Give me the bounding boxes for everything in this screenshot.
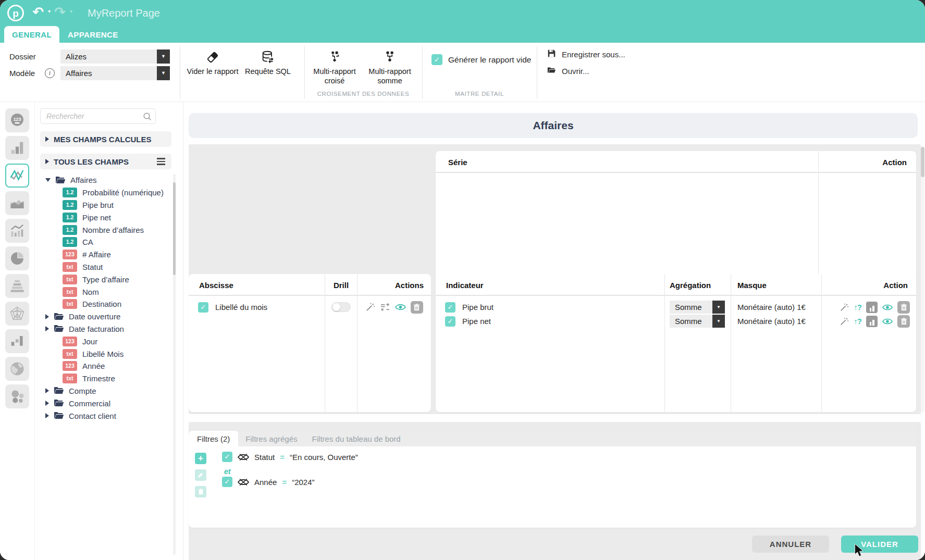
area-chart-icon[interactable] xyxy=(5,191,29,215)
bar-chart-icon[interactable] xyxy=(5,136,29,160)
collapse-arrow-icon[interactable] xyxy=(45,159,49,164)
wand-icon[interactable] xyxy=(365,302,375,312)
tab-apparence[interactable]: APPARENCE xyxy=(59,26,127,43)
waterfall-chart-icon[interactable] xyxy=(5,329,29,353)
tree-folder-contact-client[interactable]: Contact client xyxy=(35,409,174,422)
checkbox-checked-icon[interactable] xyxy=(222,452,232,462)
modele-select[interactable]: Affaires ▼ xyxy=(60,66,170,80)
scrollbar-thumb[interactable] xyxy=(921,147,924,177)
vider-rapport-button[interactable]: Vider le rapport xyxy=(183,48,242,76)
enregistrer-sous-button[interactable]: Enregistrer sous... xyxy=(547,48,625,60)
tree-folder-date-facturation[interactable]: Date facturation xyxy=(35,323,174,335)
tree-field[interactable]: 1.2Probabilité (numérique) xyxy=(35,186,174,199)
tree-field[interactable]: txtLibellé Mois xyxy=(35,347,174,360)
eye-icon[interactable] xyxy=(395,303,406,312)
collapsed-arrow-icon[interactable] xyxy=(45,326,49,331)
tree-field[interactable]: txtTrimestre xyxy=(35,372,174,385)
eye-icon[interactable] xyxy=(882,303,893,312)
search-box[interactable] xyxy=(40,108,156,124)
menu-icon[interactable] xyxy=(157,161,165,162)
values-list-icon[interactable] xyxy=(380,302,390,312)
indicateur-row[interactable]: Pipe brut xyxy=(436,300,664,314)
dossier-select[interactable]: Alizes ▼ xyxy=(60,49,170,64)
drill-toggle-off[interactable] xyxy=(331,302,351,312)
cumul-chart-icon[interactable] xyxy=(866,302,878,313)
sort-question-icon[interactable]: ↑? xyxy=(854,303,861,312)
collapse-arrow-icon[interactable] xyxy=(45,136,49,142)
section-mes-champs-calcules[interactable]: MES CHAMPS CALCULES xyxy=(40,131,171,147)
redo-icon[interactable]: ↷ xyxy=(54,4,66,20)
collapsed-arrow-icon[interactable] xyxy=(45,314,49,319)
sort-question-icon[interactable]: ↑? xyxy=(854,317,861,326)
agregation-select[interactable]: Somme▼ xyxy=(670,301,725,314)
combo-chart-icon[interactable] xyxy=(5,219,29,243)
wand-icon[interactable] xyxy=(840,303,849,312)
annuler-button[interactable]: ANNULER xyxy=(752,536,829,553)
tree-field[interactable]: 123Jour xyxy=(35,335,174,347)
collapsed-arrow-icon[interactable] xyxy=(45,401,49,406)
indicateur-row[interactable]: Pipe net xyxy=(436,314,664,328)
dossier-dropdown-icon[interactable]: ▼ xyxy=(157,49,170,64)
redo-caret-icon[interactable]: ▾ xyxy=(70,8,72,14)
tree-folder-affaires[interactable]: Affaires xyxy=(35,174,174,186)
section-tous-les-champs[interactable]: TOUS LES CHAMPS xyxy=(40,154,171,169)
valider-button[interactable]: VALIDER xyxy=(841,536,918,553)
expanded-arrow-icon[interactable] xyxy=(45,178,51,182)
modele-dropdown-icon[interactable]: ▼ xyxy=(157,66,170,80)
scrollbar-thumb[interactable] xyxy=(173,182,176,275)
multi-rapport-somme-button[interactable]: Multi-rapport somme xyxy=(361,48,419,85)
ouvrir-button[interactable]: Ouvrir... xyxy=(547,65,589,77)
agregation-select[interactable]: Somme▼ xyxy=(670,315,725,328)
pie-chart-icon[interactable] xyxy=(5,246,29,270)
tab-filtres-tableau-de-bord[interactable]: Filtres du tableau de bord xyxy=(305,431,408,446)
abscisse-row[interactable]: Libellé du mois xyxy=(189,300,325,314)
main-scrollbar[interactable] xyxy=(921,146,924,413)
line-chart-icon[interactable] xyxy=(5,164,29,188)
tree-field[interactable]: txtType d’affaire xyxy=(35,273,174,285)
eye-hidden-icon[interactable] xyxy=(238,478,249,487)
kpi-number-icon[interactable]: 123 xyxy=(5,108,29,132)
eye-hidden-icon[interactable] xyxy=(238,453,249,462)
checkbox-checked-icon[interactable] xyxy=(445,316,455,327)
trash-icon[interactable] xyxy=(897,315,910,328)
checkbox-checked-icon[interactable] xyxy=(431,54,442,65)
eye-icon[interactable] xyxy=(882,317,893,326)
tree-field[interactable]: 123Année xyxy=(35,360,174,372)
dropdown-icon[interactable]: ▼ xyxy=(712,301,725,314)
edit-filter-button[interactable] xyxy=(195,469,206,481)
tab-filtres-agreges[interactable]: Filtres agrégés xyxy=(238,431,304,446)
tree-field[interactable]: 1.2Nombre d’affaires xyxy=(35,223,174,236)
tree-field[interactable]: txtStatut xyxy=(35,261,174,273)
checkbox-checked-icon[interactable] xyxy=(445,302,455,313)
filter-row[interactable]: Année = “2024” xyxy=(222,477,315,487)
tree-field[interactable]: txtDestination xyxy=(35,298,174,310)
tree-field[interactable]: 1.2Pipe net xyxy=(35,211,174,223)
collapsed-arrow-icon[interactable] xyxy=(45,413,49,418)
tree-field[interactable]: 123# Affaire xyxy=(35,248,174,261)
info-icon[interactable]: i xyxy=(45,68,55,78)
masque-cell[interactable]: Monétaire (auto) 1€ xyxy=(731,314,821,328)
tab-filtres[interactable]: Filtres (2) xyxy=(189,431,238,446)
add-filter-button[interactable]: + xyxy=(195,453,206,464)
filter-row[interactable]: Statut = “En cours, Ouverte” xyxy=(222,452,358,462)
panel-scrollbar[interactable] xyxy=(173,174,176,555)
funnel-chart-icon[interactable] xyxy=(5,274,29,298)
undo-caret-icon[interactable]: ▾ xyxy=(48,8,51,14)
radar-chart-icon[interactable] xyxy=(5,302,29,326)
tree-folder-commercial[interactable]: Commercial xyxy=(35,397,174,409)
wand-icon[interactable] xyxy=(840,317,849,326)
undo-icon[interactable]: ↶ xyxy=(32,4,44,20)
tab-general[interactable]: GENERAL xyxy=(4,26,59,43)
checkbox-checked-icon[interactable] xyxy=(198,302,208,313)
tree-field[interactable]: 1.2CA xyxy=(35,236,174,248)
generer-rapport-vide-checkbox[interactable]: Générer le rapport vide xyxy=(431,54,531,65)
tree-field[interactable]: txtNom xyxy=(35,285,174,298)
tree-folder-date-ouverture[interactable]: Date ouverture xyxy=(35,310,174,323)
masque-cell[interactable]: Monétaire (auto) 1€ xyxy=(731,300,821,314)
dropdown-icon[interactable]: ▼ xyxy=(712,315,725,328)
tree-field[interactable]: 1.2Pipe brut xyxy=(35,199,174,211)
requete-sql-button[interactable]: Requête SQL xyxy=(239,48,297,76)
search-input[interactable] xyxy=(45,109,139,123)
multi-rapport-croise-button[interactable]: Multi-rapport croisé xyxy=(305,48,364,85)
tree-folder-compte[interactable]: Compte xyxy=(35,385,174,397)
